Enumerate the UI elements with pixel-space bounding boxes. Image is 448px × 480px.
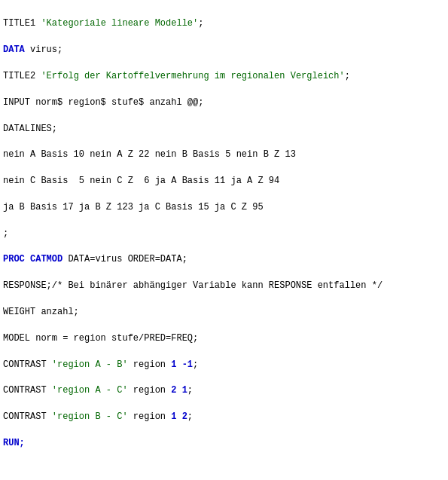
line-9: ; bbox=[3, 228, 445, 240]
line-10: PROC CATMOD DATA=virus ORDER=DATA; bbox=[3, 253, 445, 266]
line-5: DATALINES; bbox=[3, 123, 445, 136]
line-18 bbox=[3, 463, 445, 476]
line-3: TITLE2 'Erfolg der Kartoffelvermehrung i… bbox=[3, 70, 445, 83]
line-13: MODEL norm = region stufe/PRED=FREQ; bbox=[3, 332, 445, 345]
line-17: RUN; bbox=[3, 437, 445, 450]
line-8: ja B Basis 17 ja B Z 123 ja C Basis 15 j… bbox=[3, 201, 445, 214]
code-editor: TITLE1 'Kategoriale lineare Modelle'; DA… bbox=[3, 5, 445, 480]
line-7: nein C Basis 5 nein C Z 6 ja A Basis 11 … bbox=[3, 175, 445, 188]
line-14: CONTRAST 'region A - B' region 1 -1; bbox=[3, 359, 445, 371]
line-16: CONTRAST 'region B - C' region 1 2; bbox=[3, 411, 445, 423]
line-11: RESPONSE;/* Bei binärer abhängiger Varia… bbox=[3, 280, 445, 292]
line-12: WEIGHT anzahl; bbox=[3, 306, 445, 319]
line-1: TITLE1 'Kategoriale lineare Modelle'; bbox=[3, 17, 445, 30]
line-2: DATA virus; bbox=[3, 44, 445, 57]
line-4: INPUT norm$ region$ stufe$ anzahl @@; bbox=[3, 96, 445, 109]
line-15: CONTRAST 'region A - C' region 2 1; bbox=[3, 384, 445, 397]
line-6: nein A Basis 10 nein A Z 22 nein B Basis… bbox=[3, 148, 445, 161]
